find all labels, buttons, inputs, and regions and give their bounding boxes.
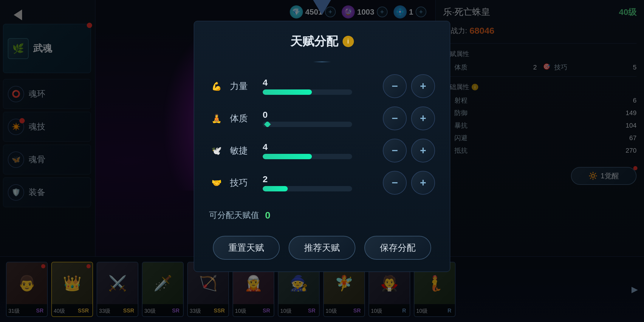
- strength-plus-icon: +: [420, 81, 426, 92]
- available-value: 0: [265, 210, 270, 221]
- skill-bar-area: 2: [263, 174, 377, 191]
- constitution-minus-button[interactable]: −: [383, 106, 407, 130]
- constitution-icon: 🧘: [209, 111, 224, 126]
- recommend-talent-button[interactable]: 推荐天赋: [289, 236, 355, 260]
- save-distribution-button[interactable]: 保存分配: [364, 236, 431, 260]
- agility-bar-fill: [263, 154, 312, 159]
- modal-overlay: 天赋分配 i 💪 力量 4 − +: [0, 0, 644, 322]
- strength-minus-button[interactable]: −: [383, 74, 407, 98]
- skill-plus-button[interactable]: +: [411, 171, 435, 195]
- modal-title: 天赋分配: [290, 33, 338, 49]
- modal-footer: 重置天赋 推荐天赋 保存分配: [209, 236, 435, 260]
- agility-plus-button[interactable]: +: [411, 139, 435, 162]
- agility-bar-area: 4: [263, 142, 377, 159]
- modal-header: 天赋分配 i: [209, 33, 435, 49]
- constitution-value: 0: [263, 110, 377, 120]
- strength-name: 力量: [230, 80, 257, 92]
- talent-modal: 天赋分配 i 💪 力量 4 − +: [194, 21, 450, 272]
- constitution-plus-button[interactable]: +: [411, 106, 435, 130]
- talent-row-skill: 🤝 技巧 2 − +: [209, 171, 435, 195]
- agility-icon: 🕊️: [209, 143, 224, 158]
- available-label: 可分配天赋值: [209, 210, 259, 221]
- strength-bar-fill: [263, 89, 312, 95]
- constitution-diamond-icon: [264, 122, 271, 127]
- skill-minus-button[interactable]: −: [383, 171, 407, 195]
- agility-minus-button[interactable]: −: [383, 139, 407, 162]
- constitution-bar-area: 0: [263, 110, 377, 127]
- strength-bar-bg: [263, 89, 352, 95]
- talent-row-strength: 💪 力量 4 − +: [209, 74, 435, 98]
- modal-info-icon[interactable]: i: [343, 36, 354, 47]
- skill-bar-fill: [263, 186, 288, 191]
- available-row: 可分配天赋值 0: [209, 204, 435, 221]
- constitution-plus-icon: +: [420, 113, 426, 124]
- strength-controls: − +: [383, 74, 435, 98]
- skill-minus-icon: −: [391, 177, 398, 188]
- reset-talent-button[interactable]: 重置天赋: [213, 236, 280, 260]
- agility-name: 敏捷: [230, 145, 257, 157]
- constitution-name: 体质: [230, 112, 257, 125]
- strength-value: 4: [263, 78, 377, 88]
- skill-controls: − +: [383, 171, 435, 195]
- skill-name: 技巧: [230, 177, 257, 189]
- talent-row-agility: 🕊️ 敏捷 4 − +: [209, 139, 435, 162]
- agility-bar-bg: [263, 154, 352, 159]
- skill-value: 2: [263, 174, 377, 184]
- agility-value: 4: [263, 142, 377, 152]
- strength-icon: 💪: [209, 79, 224, 94]
- skill-bar-bg: [263, 186, 352, 191]
- strength-minus-icon: −: [391, 81, 398, 92]
- talent-row-constitution: 🧘 体质 0 − +: [209, 106, 435, 130]
- agility-controls: − +: [383, 139, 435, 162]
- strength-bar-area: 4: [263, 78, 377, 95]
- agility-plus-icon: +: [420, 145, 426, 156]
- constitution-controls: − +: [383, 106, 435, 130]
- constitution-minus-icon: −: [391, 113, 398, 124]
- constitution-bar-bg: [263, 122, 352, 127]
- skill-icon: 🤝: [209, 175, 224, 190]
- modal-top-triangle: [313, 0, 331, 15]
- modal-divider: [313, 61, 331, 62]
- skill-plus-icon: +: [420, 177, 426, 188]
- strength-plus-button[interactable]: +: [411, 74, 435, 98]
- agility-minus-icon: −: [391, 145, 398, 156]
